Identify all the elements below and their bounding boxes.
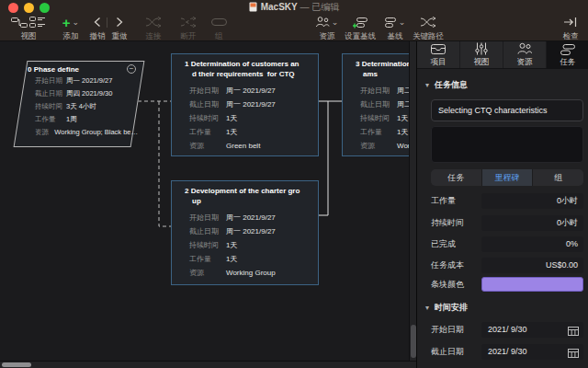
connect-button: 连接 xyxy=(137,16,170,40)
critical-path-icon xyxy=(421,17,436,28)
network-canvas[interactable]: 0 Phase define − 开始日期周一 2021/9/27 截止日期周四… xyxy=(0,41,409,361)
work-label: 工作量 xyxy=(431,193,456,209)
connect-label: 连接 xyxy=(146,32,162,40)
horizontal-scrollbar[interactable] xyxy=(0,361,416,368)
set-baseline-icon xyxy=(353,17,368,29)
add-plus-icon: + xyxy=(62,17,71,29)
node-field-row: 开始日期周一 2021/9/27 xyxy=(172,211,318,224)
cost-field[interactable]: US$0.00 xyxy=(481,258,583,273)
node-field-row: 截止日期周二 20 xyxy=(343,98,409,111)
view-toolbar-button[interactable]: 视图 xyxy=(2,16,55,40)
add-label: 添加 xyxy=(63,32,79,40)
duration-label: 持续时间 xyxy=(431,215,464,231)
redo-button[interactable]: 重做 xyxy=(109,16,130,40)
node-title: 1 Determination of customers an d their … xyxy=(172,54,318,79)
tab-task[interactable]: 任务 xyxy=(546,41,588,68)
inspector-panel: 项目 视图 资源 任务 ▾任务信息 Selecting CTQ characte… xyxy=(416,41,588,368)
segment-group[interactable]: 组 xyxy=(532,169,583,186)
completed-field[interactable]: 0% xyxy=(481,236,583,252)
window-title: MacSKY — 已编辑 xyxy=(0,1,588,16)
node-field-row: 资源Green belt xyxy=(172,139,318,153)
disconnect-button: 断开 xyxy=(172,16,205,40)
bar-color-swatch[interactable] xyxy=(481,277,583,292)
task-icon xyxy=(560,42,575,55)
node-field-row: 截止日期周一 2021/9/27 xyxy=(172,224,318,238)
node-field-row: 工作量1天 xyxy=(172,125,318,139)
schedule-header[interactable]: ▾时间安排 xyxy=(425,301,468,314)
add-button[interactable]: +⌄ 添加 xyxy=(55,16,86,40)
horizontal-scrollbar-thumb[interactable] xyxy=(2,362,31,367)
resources-icon xyxy=(517,42,532,55)
end-date-field[interactable]: 2021/ 9/30 xyxy=(481,344,583,360)
calendar-icon xyxy=(568,326,579,341)
project-icon xyxy=(431,42,446,55)
chevron-down-icon: ⌄ xyxy=(73,17,80,27)
task-node-3[interactable]: 3 Determination o ams 开始日期周二 20 截止日期周二 2… xyxy=(342,53,409,156)
disclosure-triangle-icon: ▾ xyxy=(425,304,429,312)
end-date-label: 截止日期 xyxy=(431,344,464,360)
window-title-status: — 已编辑 xyxy=(300,2,340,12)
node-title: 0 Phase define xyxy=(28,64,79,75)
disconnect-icon xyxy=(181,17,197,28)
node-title: 3 Determination o ams xyxy=(343,54,409,79)
start-date-field[interactable]: 2021/ 9/30 xyxy=(481,322,583,338)
window-title-app: MacSKY xyxy=(261,2,298,12)
node-field-row: 持续时间1天 xyxy=(172,111,318,125)
collapse-icon[interactable]: − xyxy=(127,64,136,74)
segment-milestone[interactable]: 里程碑 xyxy=(481,169,533,186)
critical-path-button[interactable]: 关键路径 xyxy=(410,16,447,40)
duration-field[interactable]: 0小时 xyxy=(481,215,583,231)
node-field-row: 工作量1周 xyxy=(28,113,138,126)
node-field-row: 开始日期周二 20 xyxy=(343,84,409,98)
node-field-row: 资源Working Group xyxy=(172,266,318,280)
tab-view[interactable]: 视图 xyxy=(459,41,503,68)
chevron-down-icon: ⌄ xyxy=(399,17,406,27)
node-field-row: 资源Workin xyxy=(343,139,409,153)
inspect-label: 检查 xyxy=(563,32,579,40)
undo-button[interactable]: 撤销 xyxy=(87,16,107,40)
group-button: 组 xyxy=(207,16,231,40)
group-label: 组 xyxy=(215,32,223,40)
completed-label: 已完成 xyxy=(431,236,456,252)
node-field-row: 持续时间1天 xyxy=(343,111,409,125)
document-icon xyxy=(249,2,257,16)
view-label: 视图 xyxy=(21,32,37,40)
calendar-icon xyxy=(568,348,579,363)
group-node-0[interactable]: 0 Phase define − 开始日期周一 2021/9/27 截止日期周四… xyxy=(28,63,138,139)
baseline-label: 基线 xyxy=(388,32,403,40)
disclosure-triangle-icon: ▾ xyxy=(425,81,429,89)
task-type-segmented-control: 任务 里程碑 组 xyxy=(431,169,583,186)
undo-label: 撤销 xyxy=(90,32,106,40)
node-field-row: 开始日期周一 2021/9/27 xyxy=(28,75,138,87)
inspect-icon xyxy=(564,17,577,28)
baseline-button[interactable]: ⌄ 基线 xyxy=(380,16,410,40)
inspector-tabs: 项目 视图 资源 任务 xyxy=(417,41,588,69)
redo-label: 重做 xyxy=(112,32,128,40)
task-name-field[interactable]: Selecting CTQ characteristics xyxy=(431,99,583,121)
node-field-row: 持续时间1天 xyxy=(172,238,318,252)
app-window: MacSKY — 已编辑 视图 +⌄ 添加 撤销 重做 连接 xyxy=(0,0,588,368)
task-node-1[interactable]: 1 Determination of customers an d their … xyxy=(171,53,319,156)
segment-task[interactable]: 任务 xyxy=(431,169,481,186)
critical-path-label: 关键路径 xyxy=(413,32,444,40)
group-icon xyxy=(211,17,227,28)
set-baseline-button[interactable]: 设置基线 xyxy=(340,16,380,40)
tab-resources[interactable]: 资源 xyxy=(503,41,546,68)
node-field-row: 开始日期周一 2021/9/27 xyxy=(172,84,318,98)
task-notes-field[interactable] xyxy=(431,126,583,163)
work-field[interactable]: 0小时 xyxy=(481,193,583,209)
node-field-row: 工作量1天 xyxy=(172,252,318,266)
start-date-label: 开始日期 xyxy=(431,322,464,338)
chevron-down-icon: ⌄ xyxy=(332,17,339,27)
task-node-2[interactable]: 2 Development of the charter gro up 开始日期… xyxy=(171,180,319,285)
task-info-header[interactable]: ▾任务信息 xyxy=(425,78,468,91)
view-network-icon xyxy=(11,17,28,29)
view-icon xyxy=(475,42,488,55)
titlebar-toolbar: MacSKY — 已编辑 视图 +⌄ 添加 撤销 重做 连接 xyxy=(0,0,588,41)
redo-icon xyxy=(116,17,123,28)
node-title: 2 Development of the charter gro up xyxy=(172,181,318,206)
toolbar-separator xyxy=(107,17,107,28)
inspect-button[interactable]: 检查 xyxy=(554,16,587,40)
vertical-scrollbar[interactable] xyxy=(409,41,416,361)
tab-project[interactable]: 项目 xyxy=(417,41,459,68)
